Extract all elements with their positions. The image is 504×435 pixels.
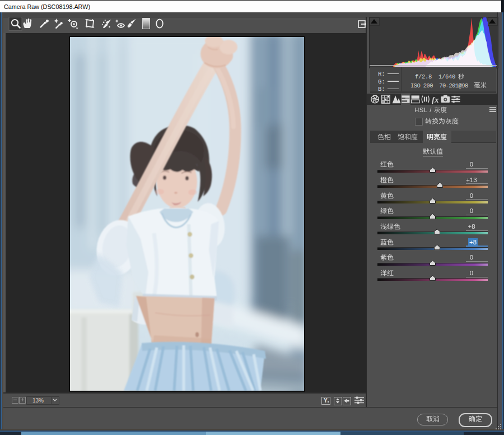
svg-text:fx: fx — [432, 95, 439, 104]
